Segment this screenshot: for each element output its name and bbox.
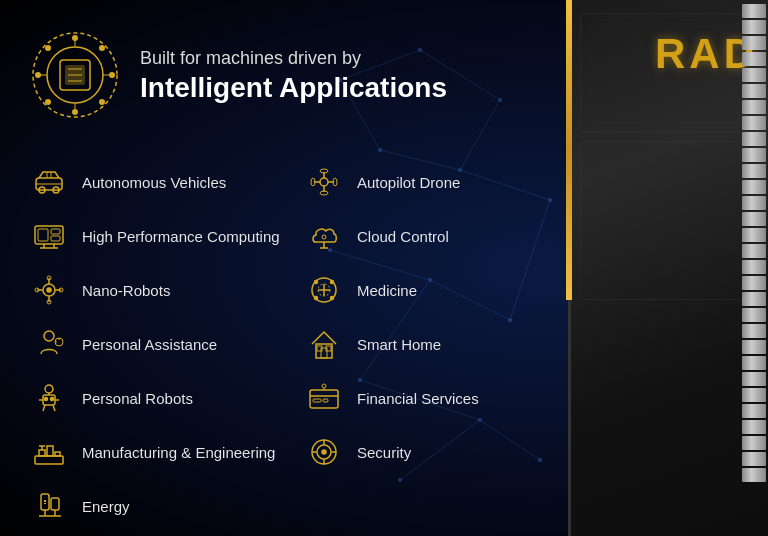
list-item: Financial Services	[305, 371, 560, 425]
svg-point-41	[99, 45, 105, 51]
pcie-pin	[742, 468, 766, 482]
svg-rect-26	[581, 14, 758, 132]
list-item: Nano-Robots	[30, 263, 285, 317]
svg-rect-122	[313, 399, 321, 402]
svg-rect-86	[47, 446, 53, 456]
svg-rect-27	[591, 24, 749, 123]
svg-point-71	[44, 331, 54, 341]
svg-point-128	[322, 450, 326, 454]
list-item: Medicine	[305, 263, 560, 317]
item-label-hpc: High Performance Computing	[82, 228, 280, 245]
personal-robots-icon	[30, 379, 68, 417]
svg-rect-91	[51, 498, 59, 510]
items-grid: Autonomous Vehicles High Performance Co	[30, 155, 560, 533]
list-item: Security	[305, 425, 560, 479]
pcie-pin	[742, 228, 766, 242]
pcie-pin	[742, 340, 766, 354]
svg-rect-55	[38, 229, 48, 241]
item-label-autonomous-vehicles: Autonomous Vehicles	[82, 174, 226, 191]
gpu-card: RAD	[548, 0, 768, 536]
autonomous-vehicles-icon	[30, 163, 68, 201]
left-column: Autonomous Vehicles High Performance Co	[30, 155, 285, 533]
cloud-control-icon	[305, 217, 343, 255]
svg-point-42	[45, 99, 51, 105]
pcie-pin	[742, 404, 766, 418]
item-label-nano-robots: Nano-Robots	[82, 282, 170, 299]
header-subtitle: Built for machines driven by	[140, 46, 447, 71]
list-item: Autopilot Drone	[305, 155, 560, 209]
pcie-pin	[742, 68, 766, 82]
gpu-body: RAD	[568, 0, 768, 536]
pcie-pin	[742, 4, 766, 18]
pcie-pin	[742, 324, 766, 338]
list-item: Personal Assistance	[30, 317, 285, 371]
svg-point-114	[315, 297, 318, 300]
pcie-pin	[742, 308, 766, 322]
pcie-pin	[742, 420, 766, 434]
svg-line-81	[53, 405, 55, 411]
pcie-pin	[742, 196, 766, 210]
pcie-pin	[742, 36, 766, 50]
pcie-pin	[742, 436, 766, 450]
pcie-pin	[742, 372, 766, 386]
security-icon	[305, 433, 343, 471]
header-title: Intelligent Applications	[140, 71, 447, 105]
item-label-smart-home: Smart Home	[357, 336, 441, 353]
list-item: Autonomous Vehicles	[30, 155, 285, 209]
svg-point-70	[47, 288, 51, 292]
gpu-gold-bar	[566, 0, 572, 300]
medicine-icon	[305, 271, 343, 309]
svg-point-43	[99, 99, 105, 105]
svg-point-82	[45, 398, 48, 401]
pcie-pin	[742, 276, 766, 290]
item-label-manufacturing: Manufacturing & Engineering	[82, 444, 275, 461]
main-content: Built for machines driven by Intelligent…	[0, 0, 560, 536]
svg-rect-123	[323, 399, 328, 402]
svg-point-83	[51, 398, 54, 401]
pcie-connectors	[740, 0, 768, 536]
pcie-pin	[742, 260, 766, 274]
svg-point-115	[331, 297, 334, 300]
high-performance-computing-icon	[30, 217, 68, 255]
header-icon	[30, 30, 120, 120]
item-label-energy: Energy	[82, 498, 130, 515]
pcie-pin	[742, 132, 766, 146]
item-label-medicine: Medicine	[357, 282, 417, 299]
pcie-pin	[742, 148, 766, 162]
pcie-pin	[742, 388, 766, 402]
svg-point-96	[320, 178, 328, 186]
svg-point-40	[45, 45, 51, 51]
svg-point-107	[322, 235, 326, 239]
personal-assistance-icon	[30, 325, 68, 363]
pcie-pin	[742, 292, 766, 306]
svg-point-113	[331, 281, 334, 284]
pcie-pin	[742, 356, 766, 370]
pcie-pin	[742, 84, 766, 98]
item-label-personal-robots: Personal Robots	[82, 390, 193, 407]
list-item: Personal Robots	[30, 371, 285, 425]
item-label-security: Security	[357, 444, 411, 461]
item-label-autopilot-drone: Autopilot Drone	[357, 174, 460, 191]
svg-point-75	[45, 385, 53, 393]
pcie-pin	[742, 20, 766, 34]
svg-rect-57	[51, 236, 60, 241]
pcie-pin	[742, 100, 766, 114]
list-item: Cloud Control	[305, 209, 560, 263]
energy-icon	[30, 487, 68, 525]
list-item: High Performance Computing	[30, 209, 285, 263]
svg-rect-87	[55, 452, 60, 456]
smart-home-icon	[305, 325, 343, 363]
financial-services-icon	[305, 379, 343, 417]
svg-rect-84	[35, 456, 63, 464]
svg-line-80	[43, 405, 45, 411]
right-column: Autopilot Drone Cloud Control	[305, 155, 560, 533]
pcie-pin	[742, 452, 766, 466]
list-item: Smart Home	[305, 317, 560, 371]
svg-rect-85	[39, 450, 45, 456]
item-label-cloud-control: Cloud Control	[357, 228, 449, 245]
pcie-pin	[742, 52, 766, 66]
svg-point-124	[322, 384, 326, 388]
pcie-pin	[742, 180, 766, 194]
list-item: Manufacturing & Engineering	[30, 425, 285, 479]
svg-rect-28	[581, 142, 758, 300]
